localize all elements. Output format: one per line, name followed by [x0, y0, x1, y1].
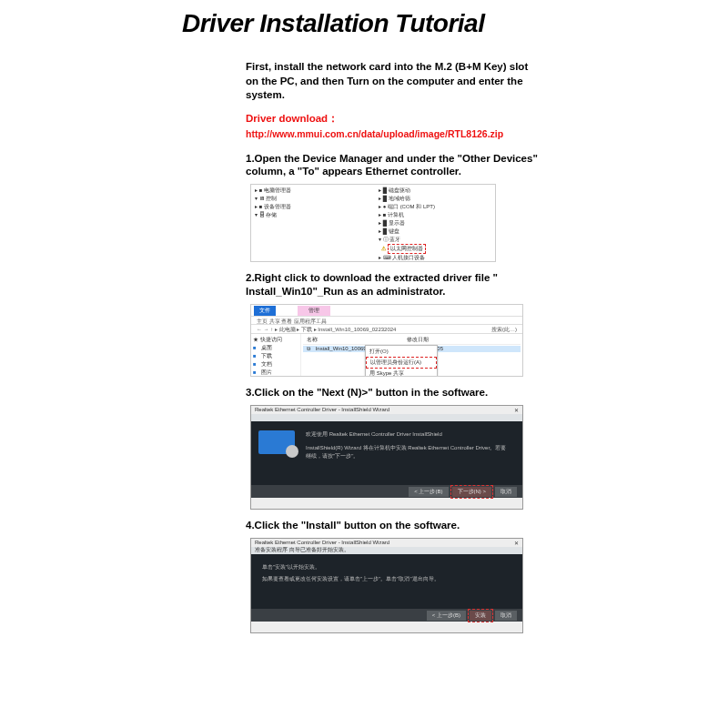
explorer-tab-file: 文件: [254, 306, 276, 316]
screenshot-installer-install: Realtek Ethernet Controller Driver - Ins…: [250, 538, 523, 633]
context-menu: 打开(O)以管理员身份运行(A)用 Skype 共享: [365, 345, 438, 377]
installer-button: 安装: [470, 611, 491, 621]
screenshot-installer-next: Realtek Ethernet Controller Driver - Ins…: [250, 405, 523, 510]
close-icon: ✕: [514, 540, 519, 546]
sidebar-item: ■ 图片: [253, 369, 298, 377]
download-link[interactable]: http://www.mmui.com.cn/data/upload/image…: [246, 128, 601, 139]
installer-button: < 上一步(B): [409, 487, 448, 497]
installer-heading: 欢迎使用 Realtek Ethernet Controller Driver …: [306, 430, 511, 439]
installer-title: Realtek Ethernet Controller Driver - Ins…: [255, 540, 389, 546]
screenshot-device-manager: ▸ ■ 电脑管理器▾ 🖥 控制▸ ■ 设备管理器▾ 🗄 存储 ▸ █ 磁盘驱动▸…: [250, 184, 496, 262]
explorer-search-hint: 搜索(此…): [491, 326, 517, 334]
explorer-tab-manage: 管理: [298, 306, 330, 316]
step1-text: 1.Open the Device Manager and under the …: [246, 152, 546, 179]
page-title: Driver Installation Tutorial: [182, 9, 601, 38]
screenshot-file-explorer: 文件 管理 主页 共享 查看 应用程序工具 ← → ↑ ▸ 此电脑 ▸ 下载 ▸…: [250, 304, 523, 377]
col-date: 修改日期: [403, 336, 432, 344]
installer-body2: 如果要查看或更改任何安装设置，请单击"上一步"。单击"取消"退出向导。: [262, 575, 511, 583]
close-icon: ✕: [514, 407, 519, 413]
sidebar-item: ★ 快捷访问: [253, 336, 298, 344]
installer-logo-icon: [258, 430, 295, 454]
explorer-address: ← → ↑ ▸ 此电脑 ▸ 下载 ▸ Install_Win10_10069_0…: [257, 327, 396, 332]
download-label: Driver download：: [246, 112, 601, 126]
installer-body: InstallShield(R) Wizard 将在计算机中安装 Realtek…: [306, 444, 511, 460]
installer-button: 取消: [495, 487, 517, 497]
col-name: 名称: [303, 336, 403, 344]
step4-text: 4.Click the "Install" button on the soft…: [246, 519, 546, 532]
step3-text: 3.Click on the "Next (N)>" button in the…: [246, 386, 546, 399]
step2-text: 2.Right click to download the extracted …: [246, 271, 546, 298]
intro-text: First, install the network card into the…: [246, 60, 537, 103]
sidebar-item: ■ 桌面: [253, 344, 298, 352]
ethernet-controller-unknown: 以太网控制器: [388, 244, 426, 254]
installer-button: 取消: [495, 611, 517, 621]
installer-body1: 单击"安装"以开始安装。: [262, 563, 511, 571]
explorer-ribbon: 主页 共享 查看 应用程序工具: [251, 316, 522, 325]
installer-title: Realtek Ethernet Controller Driver - Ins…: [255, 407, 389, 413]
menu-item: 打开(O): [366, 347, 437, 357]
menu-item: 以管理员身份运行(A): [366, 357, 437, 369]
installer-button: 下一步(N) >: [452, 487, 492, 497]
sidebar-item: ■ 下载: [253, 352, 298, 360]
installer-button: < 上一步(B): [427, 611, 466, 621]
installer-subhead: 准备安装程序 向导已准备好开始安装。: [251, 547, 522, 554]
sidebar-item: ■ 文档: [253, 360, 298, 369]
menu-item: 用 Skype 共享: [366, 369, 437, 377]
